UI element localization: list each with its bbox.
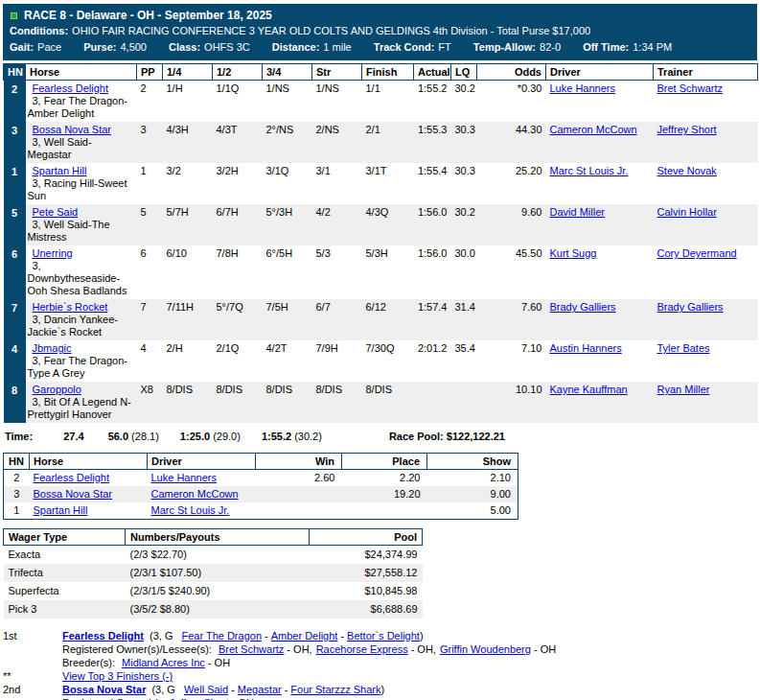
race-title: RACE 8 - Delaware - OH - September 18, 2…: [24, 9, 272, 23]
col-win: Win: [256, 454, 342, 470]
horse-link[interactable]: Herbie`s Rocket: [33, 301, 108, 313]
owner-link[interactable]: Bret Schwartz: [219, 643, 284, 655]
trainer-link[interactable]: Brady Galliers: [657, 301, 724, 313]
driver-link[interactable]: Brady Galliers: [550, 301, 616, 313]
col-stretch: Str: [312, 64, 362, 81]
pool-cell: $27,558.12: [310, 564, 423, 582]
trainer-link[interactable]: Tyler Bates: [657, 342, 710, 354]
trainer-link[interactable]: Jeffrey Short: [657, 124, 717, 135]
col-finish: Finish: [362, 64, 414, 81]
driver-link[interactable]: Kurt Sugg: [550, 247, 597, 259]
payout-row: 1 Spartan Hill Marc St Louis Jr. 5.00: [4, 502, 518, 520]
hn-cell: 1: [4, 163, 26, 204]
payouts-header-row: HN Horse Driver Win Place Show: [4, 454, 518, 470]
horse-link[interactable]: Garoppolo: [33, 384, 81, 395]
horse-cell: Pete Said3, Well Said-The Mistress: [26, 204, 137, 245]
time-row: Time:27.4 56.0 (28.1)1:25.0 (29.0)1:55.2…: [5, 430, 757, 443]
dam-link[interactable]: Megastar: [238, 684, 282, 695]
half-cell: 1/1Q: [213, 81, 263, 123]
view-top-finishers-link[interactable]: View Top 3 Finishers (-): [62, 670, 173, 682]
horse-link[interactable]: Bossa Nova Star: [62, 684, 146, 695]
trainer-link[interactable]: Calvin Hollar: [657, 206, 717, 218]
hn-cell: 3: [4, 486, 30, 502]
horse-link[interactable]: Bossa Nova Star: [33, 124, 112, 135]
driver-link[interactable]: Marc St Louis Jr.: [151, 504, 230, 516]
owner-link[interactable]: Griffin Woudenberg: [440, 643, 531, 655]
actual-cell: [414, 382, 451, 423]
horse-link[interactable]: Fearless Delight: [33, 82, 108, 94]
driver-link[interactable]: Cameron McCown: [550, 124, 637, 135]
hn-cell: 6: [4, 245, 26, 299]
damsire-link[interactable]: Four Starzzz Shark: [290, 684, 380, 695]
half-cell: 7/8H: [213, 245, 263, 299]
finisher-name-row: 2nd Bossa Nova Star(3, GWell Said-Megast…: [3, 684, 757, 696]
trainer-link[interactable]: Ryan Miller: [657, 384, 710, 395]
hn-cell: 4: [4, 340, 26, 382]
horse-link[interactable]: Unerring: [33, 247, 73, 259]
trainer-cell: Brady Galliers: [654, 299, 758, 340]
driver-link[interactable]: David Miller: [550, 206, 605, 218]
threequarter-cell: 3/1Q: [263, 163, 312, 204]
payout-row: 3 Bossa Nova Star Cameron McCown 19.20 9…: [4, 486, 518, 502]
driver-cell: Luke Hanners: [148, 470, 256, 487]
horse-link[interactable]: Pete Said: [33, 206, 79, 218]
actual-cell: 1:57.4: [414, 299, 451, 340]
place-cell: [342, 502, 427, 520]
wager-type-cell: Superfecta: [4, 582, 126, 600]
horse-cell: Jbmagic3, Fear The Dragon-Type A Grey: [26, 340, 137, 382]
dam-link[interactable]: Amber Delight: [271, 630, 338, 642]
odds-cell: 9.60: [477, 204, 546, 245]
time-split: 56.0 (28.1): [108, 431, 159, 442]
quarter-cell: 6/10: [163, 245, 213, 299]
damsire-link[interactable]: Bettor`s Delight: [347, 630, 420, 642]
sire-link[interactable]: Well Said: [184, 684, 228, 695]
threequarter-cell: 5°/3H: [263, 204, 312, 245]
sire-link[interactable]: Fear The Dragon: [181, 630, 262, 642]
horse-link[interactable]: Fearless Delight: [34, 472, 109, 483]
owner-link[interactable]: Racehorse Express: [316, 643, 408, 655]
horse-link[interactable]: Spartan Hill: [34, 504, 88, 516]
horse-link[interactable]: Jbmagic: [33, 342, 72, 354]
stretch-cell: 5/3: [312, 245, 362, 299]
numbers-cell: (2/3 $22.70): [126, 546, 310, 565]
driver-link[interactable]: Cameron McCown: [151, 488, 239, 500]
finish-cell: 5/3H: [362, 245, 414, 299]
result-row: 7 Herbie`s Rocket3, Dancin Yankee-Jackie…: [4, 299, 758, 340]
col-wager-type: Wager Type: [4, 529, 126, 546]
driver-cell: Brady Galliers: [546, 299, 654, 340]
results-header-row: HN Horse PP 1/4 1/2 3/4 Str Finish Actua…: [4, 64, 758, 81]
driver-link[interactable]: Austin Hanners: [550, 342, 622, 354]
driver-link[interactable]: Marc St Louis Jr.: [550, 165, 629, 176]
view-top-row: ** View Top 3 Finishers (-): [3, 670, 757, 683]
breeder-link[interactable]: Midland Acres Inc: [122, 657, 205, 668]
driver-cell: Marc St Louis Jr.: [148, 502, 256, 520]
col-trainer: Trainer: [654, 64, 758, 81]
horse-pedigree: 3, Bit Of A Legend N-Prettygirl Hanover: [28, 396, 135, 421]
trainer-cell: Bret Schwartz: [654, 81, 758, 123]
horse-pedigree: 3, Fear The Dragon-Type A Grey: [28, 355, 135, 380]
wager-header-row: Wager Type Numbers/Payouts Pool: [4, 529, 423, 546]
lq-cell: 30.2: [451, 81, 477, 123]
pp-cell: 6: [137, 245, 163, 299]
trainer-link[interactable]: Bret Schwartz: [657, 82, 723, 94]
driver-link[interactable]: Luke Hanners: [550, 82, 616, 94]
show-cell: 2.10: [427, 470, 518, 487]
horse-link[interactable]: Spartan Hill: [33, 165, 87, 176]
driver-link[interactable]: Luke Hanners: [151, 472, 218, 483]
pool-cell: $6,688.69: [310, 600, 423, 618]
trainer-link[interactable]: Cory Deyermand: [657, 247, 737, 259]
trainer-cell: Calvin Hollar: [654, 204, 758, 245]
quarter-cell: 4/3H: [163, 122, 213, 163]
finish-cell: 7/30Q: [362, 340, 414, 382]
driver-link[interactable]: Kayne Kauffman: [550, 384, 628, 395]
col-threequarter: 3/4: [263, 64, 312, 81]
horse-link[interactable]: Bossa Nova Star: [34, 488, 113, 500]
hn-cell: 3: [4, 122, 26, 163]
horse-link[interactable]: Fearless Delight: [62, 630, 144, 642]
trainer-link[interactable]: Steve Novak: [657, 165, 717, 176]
threequarter-cell: 8/DIS: [263, 382, 312, 423]
odds-cell: 45.50: [477, 245, 546, 299]
finisher-breeder-row: Breeder(s):Midland Acres Inc- OH: [3, 657, 757, 669]
result-row: 1 Spartan Hill3, Racing Hill-Sweet Sun 1…: [4, 163, 758, 204]
col-driver: Driver: [546, 64, 654, 81]
